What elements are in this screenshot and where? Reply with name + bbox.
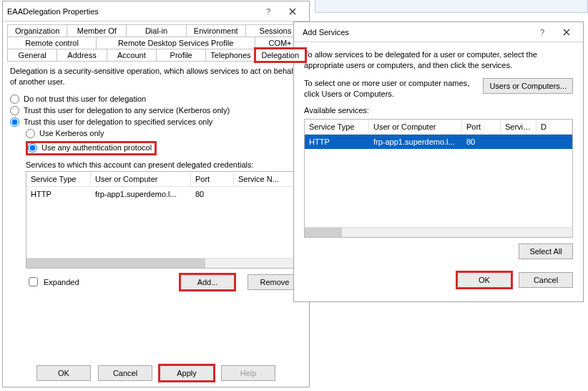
- add-button[interactable]: Add...: [180, 274, 235, 290]
- table-row[interactable]: HTTP frp-app1.superdemo.l... 80: [305, 135, 572, 149]
- expanded-checkbox-input[interactable]: [29, 277, 38, 286]
- scroll-thumb[interactable]: [305, 228, 342, 237]
- dialog-title: Add Services: [298, 28, 530, 37]
- cell-domain: [536, 135, 572, 149]
- radio-any-service-input[interactable]: [10, 106, 19, 115]
- listview-header[interactable]: Service Type User or Computer Port Servi…: [305, 120, 572, 135]
- tab-remote-control[interactable]: Remote control: [7, 37, 97, 49]
- titlebar[interactable]: Add Services ?: [294, 22, 583, 42]
- users-or-computers-button[interactable]: Users or Computers...: [483, 78, 573, 94]
- pick-hint: To select one or more user or computer n…: [304, 78, 477, 100]
- background-console-strip: [315, 0, 588, 13]
- cancel-button[interactable]: Cancel: [519, 272, 573, 288]
- intro-text: To allow services to be delegated for a …: [304, 49, 573, 71]
- col-user-or-computer[interactable]: User or Computer: [91, 172, 191, 186]
- radio-any-service[interactable]: Trust this user for delegation to any se…: [10, 106, 302, 115]
- tab-account[interactable]: Account: [107, 49, 157, 62]
- radio-kerberos-only-label: Use Kerberos only: [39, 129, 104, 137]
- col-service-name[interactable]: Service Name: [501, 120, 536, 134]
- tab-member-of[interactable]: Member Of: [67, 24, 127, 37]
- cell-port: 80: [191, 187, 234, 201]
- cell-service-type: HTTP: [305, 135, 369, 149]
- tab-profile[interactable]: Profile: [156, 49, 206, 62]
- cell-service-name: [234, 187, 301, 201]
- svg-text:?: ?: [266, 7, 270, 16]
- tab-dial-in[interactable]: Dial-in: [126, 24, 186, 37]
- add-services-dialog: Add Services ? To allow services to be d…: [293, 21, 584, 302]
- help-icon[interactable]: ?: [530, 24, 554, 40]
- radio-any-service-label: Trust this user for delegation to any se…: [24, 106, 230, 115]
- radio-any-auth-input[interactable]: [28, 143, 37, 153]
- tab-telephones[interactable]: Telephones: [205, 49, 255, 62]
- apply-button[interactable]: Apply: [160, 365, 214, 381]
- scroll-thumb[interactable]: [26, 259, 205, 268]
- col-port[interactable]: Port: [191, 172, 234, 186]
- radio-specified-label: Trust this user for delegation to specif…: [24, 117, 212, 126]
- delegation-properties-dialog: EAADelegation Properties ? Organization …: [2, 1, 310, 387]
- available-label: Available services:: [304, 106, 573, 115]
- radio-no-trust-input[interactable]: [10, 95, 19, 104]
- cell-service-type: HTTP: [26, 187, 91, 201]
- tab-address[interactable]: Address: [57, 49, 107, 62]
- services-caption: Services to which this account can prese…: [26, 160, 302, 169]
- radio-any-auth[interactable]: Use any authentication protocol: [28, 143, 152, 153]
- cell-user-or-computer: frp-app1.superdemo.l...: [91, 187, 191, 201]
- radio-kerberos-only-input[interactable]: [26, 129, 35, 138]
- h-scrollbar[interactable]: [26, 258, 301, 268]
- expanded-label: Expanded: [44, 278, 79, 286]
- services-listview[interactable]: Service Type User or Computer Port Servi…: [26, 171, 302, 269]
- cancel-button[interactable]: Cancel: [98, 365, 152, 381]
- col-port[interactable]: Port: [462, 120, 501, 134]
- help-icon[interactable]: ?: [256, 4, 280, 19]
- radio-no-trust[interactable]: Do not trust this user for delegation: [10, 95, 302, 104]
- radio-any-auth-label: Use any authentication protocol: [41, 143, 152, 152]
- cell-port: 80: [462, 135, 501, 149]
- select-all-button[interactable]: Select All: [519, 243, 573, 259]
- col-domain[interactable]: D: [536, 120, 572, 134]
- tab-organization[interactable]: Organization: [7, 24, 67, 37]
- help-button[interactable]: Help: [221, 365, 275, 381]
- close-icon[interactable]: [554, 24, 579, 40]
- col-service-type[interactable]: Service Type: [305, 120, 369, 134]
- titlebar[interactable]: EAADelegation Properties ?: [3, 1, 309, 21]
- ok-button[interactable]: OK: [457, 272, 511, 288]
- radio-specified[interactable]: Trust this user for delegation to specif…: [10, 117, 302, 127]
- radio-no-trust-label: Do not trust this user for delegation: [24, 95, 146, 103]
- dialog-buttons: OK Cancel Apply Help: [3, 365, 309, 381]
- delegation-panel: Delegation is a security-sensitive opera…: [10, 66, 302, 290]
- table-row[interactable]: HTTP frp-app1.superdemo.l... 80: [26, 187, 301, 201]
- cell-user-or-computer: frp-app1.superdemo.l...: [369, 135, 462, 149]
- radio-specified-input[interactable]: [10, 117, 19, 127]
- svg-text:?: ?: [540, 28, 544, 37]
- radio-kerberos-only[interactable]: Use Kerberos only: [26, 129, 302, 138]
- tab-general[interactable]: General: [7, 49, 57, 62]
- cell-service-name: [501, 135, 536, 149]
- expanded-checkbox[interactable]: Expanded: [26, 275, 79, 289]
- tab-environment[interactable]: Environment: [186, 24, 246, 37]
- col-service-name[interactable]: Service N...: [234, 172, 301, 186]
- intro-text: Delegation is a security-sensitive opera…: [10, 66, 302, 87]
- close-icon[interactable]: [280, 4, 305, 19]
- tab-delegation[interactable]: Delegation: [255, 49, 305, 62]
- dialog-title: EAADelegation Properties: [7, 7, 256, 16]
- col-service-type[interactable]: Service Type: [26, 172, 91, 186]
- col-user-or-computer[interactable]: User or Computer: [369, 120, 462, 134]
- available-services-listview[interactable]: Service Type User or Computer Port Servi…: [304, 119, 573, 238]
- tab-rds-profile[interactable]: Remote Desktop Services Profile: [96, 37, 255, 49]
- listview-header[interactable]: Service Type User or Computer Port Servi…: [26, 172, 301, 187]
- tab-strip: Organization Member Of Dial-in Environme…: [7, 24, 305, 62]
- h-scrollbar[interactable]: [305, 227, 572, 237]
- ok-button[interactable]: OK: [36, 365, 91, 381]
